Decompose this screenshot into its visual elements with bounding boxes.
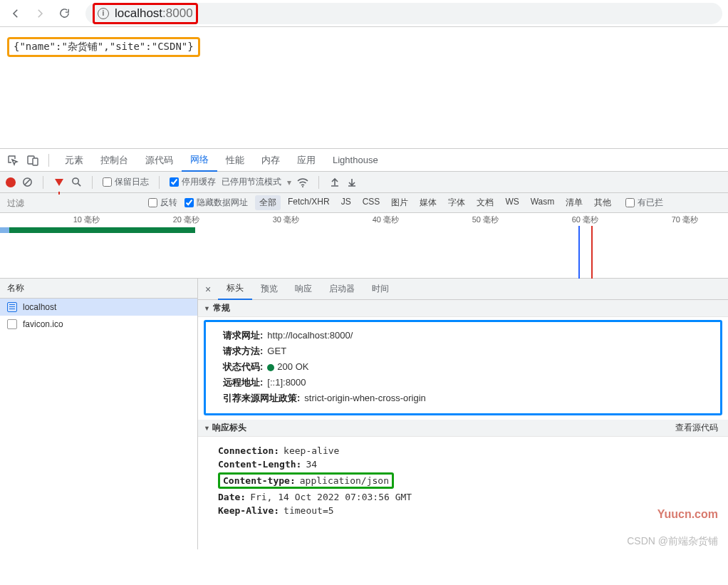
invert-checkbox[interactable]: 反转 [148, 197, 177, 209]
document-icon [7, 302, 17, 312]
page-content: {"name":"杂货铺","site":"CSDN"} [0, 27, 728, 148]
view-source-link[interactable]: 查看源代码 [675, 422, 718, 434]
wifi-icon[interactable] [297, 177, 308, 188]
preserve-log-checkbox[interactable]: 保留日志 [103, 176, 149, 188]
network-filter-bar: 反转 隐藏数据网址 全部Fetch/XHRJSCSS图片媒体字体文档WSWasm… [0, 193, 728, 213]
svg-point-3 [72, 178, 78, 184]
url-port: :8000 [162, 6, 193, 20]
inspect-element-icon[interactable] [4, 152, 21, 169]
general-highlight-box: 请求网址:http://localhost:8000/请求方法:GET状态代码:… [204, 320, 722, 415]
network-body: 名称 localhostfavicon.ico × 标头预览响应启动器时间 ▼常… [0, 279, 728, 549]
devtools-tab-控制台[interactable]: 控制台 [92, 149, 137, 172]
devtools-panel: 元素控制台源代码网络性能内存应用Lighthouse 保留日志 停用缓存 已停用… [0, 148, 728, 549]
filter-type-图片[interactable]: 图片 [387, 195, 412, 210]
filter-type-Wasm[interactable]: Wasm [526, 195, 559, 210]
download-icon[interactable] [346, 177, 358, 188]
filter-type-清单[interactable]: 清单 [561, 195, 587, 210]
devtools-tab-Lighthouse[interactable]: Lighthouse [324, 149, 387, 172]
request-detail-panel: × 标头预览响应启动器时间 ▼常规 请求网址:http://localhost:… [198, 279, 728, 549]
request-name: favicon.ico [23, 319, 63, 329]
back-button[interactable] [6, 4, 26, 24]
devtools-tab-应用[interactable]: 应用 [288, 149, 324, 172]
filter-type-全部[interactable]: 全部 [255, 195, 281, 210]
devtools-tab-网络[interactable]: 网络 [182, 149, 217, 172]
timeline-label: 50 毫秒 [472, 214, 499, 225]
filter-input[interactable] [6, 196, 141, 210]
disable-cache-checkbox[interactable]: 停用缓存 [170, 176, 216, 188]
device-toggle-icon[interactable] [24, 152, 41, 169]
header-row: 远程地址:[::1]:8000 [223, 376, 713, 389]
header-row: Content-type:application/json [218, 472, 718, 489]
request-name: localhost [23, 302, 56, 312]
upload-icon[interactable] [329, 177, 340, 188]
response-body-text: {"name":"杂货铺","site":"CSDN"} [7, 37, 200, 57]
header-row: 请求方法:GET [223, 345, 713, 358]
file-icon [7, 319, 17, 329]
forward-button[interactable] [30, 4, 50, 24]
timeline-label: 40 毫秒 [373, 214, 399, 225]
watermark: CSDN @前端杂货铺 [627, 535, 718, 548]
svg-point-4 [302, 186, 303, 187]
request-list-header: 名称 [0, 279, 197, 299]
filter-type-CSS[interactable]: CSS [358, 195, 385, 210]
detail-tab-时间[interactable]: 时间 [363, 279, 397, 300]
address-bar[interactable]: i localhost:8000 [85, 3, 722, 24]
request-list: 名称 localhostfavicon.ico [0, 279, 198, 549]
header-row: 状态代码:200 OK [223, 361, 713, 373]
detail-tab-响应[interactable]: 响应 [286, 279, 321, 300]
reload-button[interactable] [54, 4, 74, 24]
timeline-label: 60 毫秒 [572, 214, 598, 225]
devtools-tab-源代码[interactable]: 源代码 [137, 149, 182, 172]
timeline-label: 10 毫秒 [73, 214, 100, 225]
filter-type-其他[interactable]: 其他 [590, 195, 615, 210]
site-info-icon[interactable]: i [98, 8, 109, 19]
filter-type-JS[interactable]: JS [337, 195, 355, 210]
header-row: Content-Length:34 [218, 459, 718, 470]
devtools-tab-元素[interactable]: 元素 [56, 149, 92, 172]
filter-type-字体[interactable]: 字体 [444, 195, 469, 210]
filter-type-媒体[interactable]: 媒体 [415, 195, 441, 210]
header-row: Connection:keep-alive [218, 445, 718, 456]
detail-tabs: × 标头预览响应启动器时间 [198, 279, 728, 300]
clear-button[interactable] [21, 177, 33, 188]
filter-type-WS[interactable]: WS [501, 195, 523, 210]
timeline-label: 30 毫秒 [273, 214, 299, 225]
header-row: Date:Fri, 14 Oct 2022 07:03:56 GMT [218, 492, 718, 502]
throttling-caret-icon[interactable]: ▾ [287, 177, 291, 187]
close-icon[interactable]: × [198, 284, 218, 295]
throttling-label: 已停用节流模式 [222, 176, 281, 188]
filter-type-文档[interactable]: 文档 [472, 195, 498, 210]
general-section-header[interactable]: ▼常规 [198, 300, 728, 317]
search-icon[interactable] [71, 177, 82, 188]
detail-tab-标头[interactable]: 标头 [218, 279, 252, 300]
svg-rect-1 [33, 158, 38, 165]
request-row[interactable]: localhost [0, 299, 197, 316]
record-button[interactable] [6, 177, 16, 187]
filter-icon[interactable] [53, 177, 65, 188]
network-timeline[interactable]: 10 毫秒20 毫秒30 毫秒40 毫秒50 毫秒60 毫秒70 毫秒 [0, 213, 728, 279]
hide-data-checkbox[interactable]: 隐藏数据网址 [184, 197, 248, 209]
timeline-label: 20 毫秒 [173, 214, 199, 225]
timeline-label: 70 毫秒 [672, 214, 698, 225]
header-row: 请求网址:http://localhost:8000/ [223, 329, 713, 342]
header-row: Keep-Alive:timeout=5 [218, 505, 718, 516]
devtools-tab-性能[interactable]: 性能 [217, 149, 253, 172]
url-host: localhost [115, 6, 162, 20]
devtools-main-tabs: 元素控制台源代码网络性能内存应用Lighthouse [0, 149, 728, 172]
request-row[interactable]: favicon.ico [0, 316, 197, 333]
browser-nav-bar: i localhost:8000 [0, 0, 728, 27]
filter-type-Fetch/XHR[interactable]: Fetch/XHR [284, 195, 334, 210]
watermark: Yuucn.com [657, 508, 718, 521]
detail-tab-预览[interactable]: 预览 [252, 279, 286, 300]
detail-tab-启动器[interactable]: 启动器 [321, 279, 363, 300]
blocked-checkbox[interactable]: 有已拦 [625, 197, 663, 209]
header-row: 引荐来源网址政策:strict-origin-when-cross-origin [223, 392, 713, 405]
devtools-tab-内存[interactable]: 内存 [253, 149, 288, 172]
url-highlight-box: i localhost:8000 [93, 3, 198, 24]
network-toolbar: 保留日志 停用缓存 已停用节流模式 ▾ [0, 172, 728, 193]
response-headers-section[interactable]: ▼ 响应标头 查看源代码 [198, 420, 728, 437]
